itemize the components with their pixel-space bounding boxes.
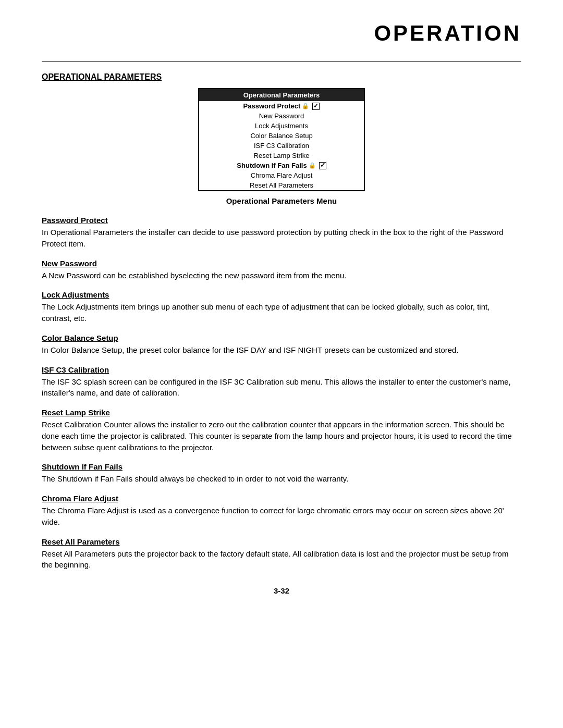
section-isf-c3-calibration: ISF C3 Calibration The ISF 3C splash scr… bbox=[42, 365, 521, 399]
menu-header: Operational Parameters bbox=[199, 89, 364, 101]
lock-icon-password: 🔒 bbox=[302, 103, 309, 109]
section-heading-chroma-flare-adjust: Chroma Flare Adjust bbox=[42, 494, 521, 503]
section-lock-adjustments: Lock Adjustments The Lock Adjustments it… bbox=[42, 290, 521, 324]
page-number: 3-32 bbox=[42, 586, 521, 595]
section-heading-reset-all-parameters: Reset All Parameters bbox=[42, 537, 521, 546]
section-heading-shutdown-if-fan-fails: Shutdown If Fan Fails bbox=[42, 462, 521, 471]
shutdown-fan-fails-label: Shutdown if Fan Fails bbox=[237, 162, 307, 169]
section-heading-color-balance-setup: Color Balance Setup bbox=[42, 334, 521, 342]
lock-icon-shutdown: 🔒 bbox=[309, 162, 316, 169]
section-reset-lamp-strike: Reset Lamp Strike Reset Calibration Coun… bbox=[42, 408, 521, 453]
section-heading-isf-c3-calibration: ISF C3 Calibration bbox=[42, 365, 521, 374]
menu-item-isf-c3-calibration[interactable]: ISF C3 Calibration bbox=[199, 141, 364, 151]
section-heading-new-password: New Password bbox=[42, 259, 521, 268]
header-divider bbox=[42, 61, 521, 62]
section-body-chroma-flare-adjust: The Chroma Flare Adjust is used as a con… bbox=[42, 505, 521, 528]
operational-parameters-menu-box: Operational Parameters Password Protect … bbox=[198, 88, 365, 191]
menu-item-color-balance-setup[interactable]: Color Balance Setup bbox=[199, 131, 364, 141]
page-header: OPERATION bbox=[42, 21, 521, 46]
section-body-lock-adjustments: The Lock Adjustments item brings up anot… bbox=[42, 301, 521, 324]
password-protect-label: Password Protect bbox=[243, 102, 301, 110]
section-reset-all-parameters: Reset All Parameters Reset All Parameter… bbox=[42, 537, 521, 571]
section-heading-reset-lamp-strike: Reset Lamp Strike bbox=[42, 408, 521, 417]
section-body-reset-all-parameters: Reset All Parameters puts the projector … bbox=[42, 548, 521, 571]
password-protect-checkbox[interactable] bbox=[312, 103, 320, 110]
section-body-password-protect: In Operational Parameters the installer … bbox=[42, 227, 521, 250]
menu-item-chroma-flare-adjust[interactable]: Chroma Flare Adjust bbox=[199, 170, 364, 180]
menu-item-lock-adjustments[interactable]: Lock Adjustments bbox=[199, 121, 364, 131]
menu-item-new-password[interactable]: New Password bbox=[199, 111, 364, 121]
section-shutdown-if-fan-fails: Shutdown If Fan Fails The Shutdown if Fa… bbox=[42, 462, 521, 485]
section-title-operational-parameters: OPERATIONAL PARAMETERS bbox=[42, 72, 521, 82]
sections-container: Password Protect In Operational Paramete… bbox=[42, 216, 521, 571]
menu-item-password-protect[interactable]: Password Protect 🔒 bbox=[199, 101, 364, 111]
section-body-isf-c3-calibration: The ISF 3C splash screen can be configur… bbox=[42, 376, 521, 399]
shutdown-fan-fails-checkbox[interactable] bbox=[319, 162, 326, 169]
menu-item-reset-lamp-strike[interactable]: Reset Lamp Strike bbox=[199, 151, 364, 161]
section-new-password: New Password A New Password can be estab… bbox=[42, 259, 521, 281]
section-password-protect: Password Protect In Operational Paramete… bbox=[42, 216, 521, 250]
menu-container: Operational Parameters Password Protect … bbox=[42, 88, 521, 191]
section-heading-password-protect: Password Protect bbox=[42, 216, 521, 225]
section-body-shutdown-if-fan-fails: The Shutdown if Fan Fails should always … bbox=[42, 473, 521, 485]
menu-item-reset-all-parameters[interactable]: Reset All Parameters bbox=[199, 180, 364, 190]
section-body-reset-lamp-strike: Reset Calibration Counter allows the ins… bbox=[42, 419, 521, 453]
menu-item-shutdown-fan-fails[interactable]: Shutdown if Fan Fails 🔒 bbox=[199, 161, 364, 170]
section-body-color-balance-setup: In Color Balance Setup, the preset color… bbox=[42, 344, 521, 356]
section-heading-lock-adjustments: Lock Adjustments bbox=[42, 290, 521, 299]
section-body-new-password: A New Password can be established bysele… bbox=[42, 270, 521, 281]
section-color-balance-setup: Color Balance Setup In Color Balance Set… bbox=[42, 334, 521, 356]
section-chroma-flare-adjust: Chroma Flare Adjust The Chroma Flare Adj… bbox=[42, 494, 521, 528]
menu-caption: Operational Parameters Menu bbox=[42, 196, 521, 205]
page-title: OPERATION bbox=[42, 21, 521, 46]
